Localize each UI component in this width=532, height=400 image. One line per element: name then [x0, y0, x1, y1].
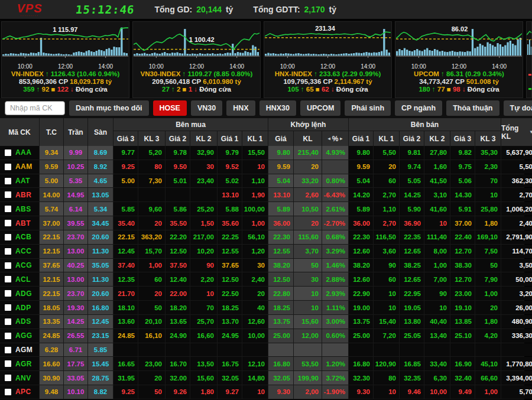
ticker-label[interactable]: AAT	[15, 177, 30, 185]
ticker-label[interactable]: AAM	[15, 162, 33, 171]
total-volume-cell: 5,637,90	[501, 146, 532, 160]
x-axis-labels: 10:0012:0014:00	[2, 63, 128, 70]
ceiling-price-cell: 9.99	[64, 146, 87, 160]
index-value: ↑ 86.31 (0.29 0.34%)	[441, 70, 504, 77]
row-checkbox[interactable]	[5, 220, 11, 226]
symbol-cell: ACG	[0, 259, 39, 272]
row-checkbox[interactable]	[5, 375, 11, 381]
percent-next-icon[interactable]: ▸	[340, 136, 342, 141]
ticker-label[interactable]: ABS	[15, 205, 31, 213]
percent-label: %	[332, 135, 339, 143]
tab-upcom[interactable]: UPCOM	[300, 100, 341, 116]
sell-volume-cell: 2,70	[374, 216, 399, 230]
search-input[interactable]	[5, 101, 65, 115]
table-row[interactable]: ADS13.3514.2512.4513.6020,1013.6525,7013…	[0, 315, 524, 329]
ticker-label[interactable]: ABT	[15, 219, 31, 227]
index-sparkline: 231.34	[265, 23, 391, 61]
row-checkbox[interactable]	[5, 360, 11, 367]
row-checkbox[interactable]	[5, 304, 11, 311]
table-row[interactable]: ANV30.9033.0528.7531.952032.0015,6032.05…	[0, 371, 524, 385]
tab-hnx[interactable]: HNX	[226, 100, 255, 116]
sell-volume-cell: 2,70	[374, 188, 399, 201]
row-checkbox[interactable]	[5, 389, 11, 395]
tab-cp-ngành[interactable]: CP ngành	[395, 100, 442, 116]
total-gdtt-value: 2,170	[304, 5, 325, 14]
row-checkbox[interactable]	[5, 191, 11, 198]
table-row[interactable]: AAM9.5910.258.929.25809.50309.52109.5920…	[0, 160, 524, 174]
table-row[interactable]: ACG37.6540.2535.0537.401,0037.509037.653…	[0, 259, 524, 272]
ticker-label[interactable]: ACC	[15, 247, 31, 255]
row-checkbox[interactable]	[5, 333, 11, 339]
ticker-label[interactable]: APC	[15, 388, 31, 396]
ticker-label[interactable]: ANV	[15, 374, 31, 382]
buy-price-cell	[113, 343, 138, 357]
tab-tự-doanh[interactable]: Tự doanh	[504, 100, 532, 116]
buy-volume-cell: 30	[242, 259, 268, 272]
index-panel-vn-index[interactable]: 1 115.9710:0012:0014:00VN-INDEX ↑ 1126.4…	[1, 21, 129, 98]
table-row[interactable]: AAA9.349.998.699.775,209.7832,909.7915,5…	[0, 146, 524, 160]
sell-price-cell: 25.05	[400, 329, 424, 343]
buy-volume-cell: 20	[242, 287, 268, 300]
ticker-label[interactable]: ACB	[15, 233, 31, 241]
percent-prev-icon[interactable]: ◂	[328, 136, 330, 141]
tab-thỏa-thuận[interactable]: Thỏa thuận	[446, 100, 499, 116]
ticker-label[interactable]: AGR	[15, 360, 32, 368]
ticker-label[interactable]: AGM	[15, 346, 33, 354]
table-row[interactable]: ADP18.0519.3016.8018.105018.207018.25401…	[0, 301, 524, 314]
buy-volume-cell: 20,10	[138, 315, 165, 329]
ceiling-price-cell: 13.00	[64, 245, 87, 258]
ticker-label[interactable]: ADG	[15, 290, 32, 298]
ticker-label[interactable]: ACL	[15, 275, 31, 284]
row-checkbox[interactable]	[5, 149, 11, 156]
table-row[interactable]: APC9.4810.108.829.25509.261,809.27109.30…	[0, 385, 524, 399]
table-row[interactable]: ACB22.1523.7020.6022.15363,2022.20217,00…	[0, 230, 524, 244]
buy-volume-cell: 363,20	[138, 230, 165, 244]
row-checkbox[interactable]	[5, 178, 11, 184]
tab-hose[interactable]: HOSE	[153, 100, 187, 116]
sell-volume-cell: 7,00	[424, 272, 450, 286]
ticker-label[interactable]: ADS	[15, 317, 31, 326]
col-total-sort[interactable]: Tổng KL▼	[501, 118, 532, 146]
table-row[interactable]: ADG22.1523.7020.6021.702022.001022.50202…	[0, 287, 524, 300]
tab-hnx30[interactable]: HNX30	[259, 100, 296, 116]
sell-price-cell: 23.00	[450, 287, 475, 300]
row-checkbox[interactable]	[5, 276, 11, 282]
match-price-cell: 9.80	[268, 146, 293, 160]
ticker-label[interactable]: AGG	[15, 331, 33, 340]
table-row[interactable]: ACC12.1513.0011.3012.4515,7012.5010,2012…	[0, 245, 524, 258]
sell-price-cell: 9.75	[450, 160, 475, 174]
table-row[interactable]: ACL12.1513.0011.3012.356012.402,2012.502…	[0, 272, 524, 286]
ticker-label[interactable]: ADP	[15, 304, 31, 312]
table-row[interactable]: AGG24.8526.5523.1524.8516,1024.9016,6024…	[0, 329, 524, 343]
table-row[interactable]: AAT5.005.354.655.007,305.0123,405.021,10…	[0, 174, 524, 188]
row-checkbox[interactable]	[5, 234, 11, 240]
table-row[interactable]: ABS5.746.145.345.859,605.8625,205.88100,…	[0, 202, 524, 216]
tab-phái-sinh[interactable]: Phái sinh	[345, 100, 391, 116]
row-checkbox[interactable]	[5, 347, 11, 353]
row-checkbox[interactable]	[5, 290, 11, 297]
sell-price-cell: 12.70	[450, 272, 475, 286]
row-checkbox[interactable]	[5, 206, 11, 212]
row-checkbox[interactable]	[5, 262, 11, 269]
total-volume-cell	[501, 343, 532, 357]
tab-vn30[interactable]: VN30	[191, 100, 222, 116]
buy-volume-cell: 7,30	[138, 174, 165, 188]
table-row[interactable]: AGM6.286.715.85	[0, 343, 524, 357]
index-panel-upcom[interactable]: 86.0210:0012:0014:00UPCOM ↑ 86.31 (0.29 …	[395, 21, 523, 98]
table-row[interactable]: ABT37.0039.5534.4535.402035.501,5035.601…	[0, 216, 524, 230]
ticker-label[interactable]: ACG	[15, 261, 32, 269]
total-volume-cell: 2,791,90	[501, 230, 532, 244]
floor-price-cell: 34.45	[88, 216, 113, 230]
table-row[interactable]: ABR14.0014.9513.0513.101,9013.102,60-6.4…	[0, 188, 524, 201]
buy-volume-cell	[190, 343, 217, 357]
match-price-cell: 5.04	[268, 174, 293, 188]
row-checkbox[interactable]	[5, 248, 11, 255]
table-row[interactable]: AGR16.6017.7515.4516.6523,0016.7013,5016…	[0, 357, 524, 370]
index-panel-hnx-index[interactable]: 231.3410:0012:0014:00HNX-INDEX ↑ 233.63 …	[264, 21, 392, 98]
tab-danh-mục-theo-dõi[interactable]: Danh mục theo dõi	[69, 100, 149, 116]
row-checkbox[interactable]	[5, 164, 11, 170]
row-checkbox[interactable]	[5, 318, 11, 325]
index-panel-vn30-index[interactable]: 1 100.4210:0012:0014:00VN30-INDEX ↑ 1109…	[132, 21, 261, 98]
ticker-label[interactable]: AAA	[15, 148, 31, 157]
ticker-label[interactable]: ABR	[15, 191, 31, 199]
